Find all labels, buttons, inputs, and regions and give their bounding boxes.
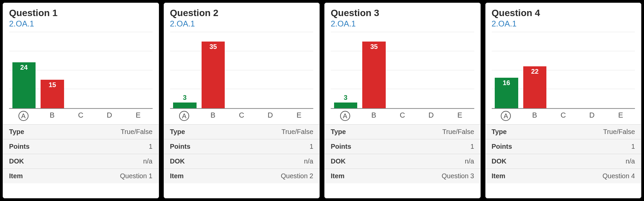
bar-slot (123, 32, 152, 108)
meta-key: Type (170, 128, 185, 136)
meta-value: Question 3 (442, 172, 474, 180)
card-header: Question 42.OA.1 (486, 3, 641, 30)
bar[interactable]: 3 (334, 103, 357, 108)
correct-answer-marker: A (179, 111, 189, 121)
bar-slot: 15 (38, 32, 67, 108)
bar[interactable]: 15 (41, 80, 64, 109)
bar-chart: 2415 (9, 32, 153, 109)
meta-value: Question 4 (602, 172, 635, 180)
meta-row-dok: DOKn/a (164, 154, 320, 169)
meta-row-item: ItemQuestion 1 (3, 169, 159, 183)
meta-value: True/False (603, 128, 635, 136)
bar-slot: 24 (10, 32, 38, 108)
bar-value-label: 35 (209, 43, 217, 51)
bar-slot (95, 32, 123, 108)
x-axis-tick: D (95, 111, 124, 121)
meta-key: DOK (9, 157, 24, 165)
meta-key: DOK (170, 157, 185, 165)
bar-value-label: 16 (503, 79, 510, 87)
bar[interactable]: 16 (495, 78, 518, 108)
meta-value: Question 1 (120, 172, 153, 180)
bar[interactable]: 24 (12, 62, 36, 108)
meta-value: n/a (626, 157, 635, 165)
x-axis-tick: E (606, 111, 635, 121)
bar-slot (417, 32, 445, 108)
bar-slot: 3 (171, 32, 199, 108)
bar-slot: 35 (360, 32, 388, 108)
x-axis-tick: E (445, 111, 474, 121)
meta-row-item: ItemQuestion 4 (486, 169, 641, 183)
bars-row: 2415 (9, 32, 153, 108)
meta-key: Points (492, 143, 512, 150)
bar-chart: 335 (331, 32, 474, 109)
standard-link[interactable]: 2.OA.1 (9, 19, 153, 28)
meta-row-item: ItemQuestion 2 (164, 169, 320, 183)
x-axis-tick: D (417, 111, 446, 121)
bars-row: 335 (331, 32, 474, 108)
bar-chart: 335 (170, 32, 314, 109)
question-card[interactable]: Question 32.OA.1335ABCDETypeTrue/FalsePo… (324, 3, 481, 198)
x-axis-tick: B (38, 111, 67, 121)
meta-value: Question 2 (281, 172, 313, 180)
bar-slot (284, 32, 313, 108)
meta-row-points: Points1 (164, 139, 320, 154)
meta-row-type: TypeTrue/False (3, 125, 159, 139)
question-title: Question 3 (331, 8, 474, 18)
bar-slot (227, 32, 256, 108)
meta-key: Type (492, 128, 507, 136)
x-axis-tick: A (170, 111, 199, 121)
bar-slot (388, 32, 417, 108)
x-axis: ABCDE (170, 111, 314, 121)
question-title: Question 1 (9, 8, 153, 18)
meta-value: 1 (310, 143, 313, 150)
meta-value: n/a (304, 157, 313, 165)
meta-row-item: ItemQuestion 3 (325, 169, 480, 183)
x-axis-tick: D (256, 111, 285, 121)
meta-value: True/False (442, 128, 474, 136)
standard-link[interactable]: 2.OA.1 (170, 19, 314, 28)
question-metadata: TypeTrue/FalsePoints1DOKn/aItemQuestion … (164, 124, 320, 183)
meta-row-points: Points1 (325, 139, 480, 154)
question-metadata: TypeTrue/FalsePoints1DOKn/aItemQuestion … (325, 124, 480, 183)
bar-slot: 3 (331, 32, 360, 108)
question-card[interactable]: Question 42.OA.11622ABCDETypeTrue/FalseP… (485, 3, 642, 198)
meta-key: Points (9, 143, 30, 150)
card-header: Question 32.OA.1 (325, 3, 480, 30)
meta-row-points: Points1 (486, 139, 641, 154)
bar-slot (549, 32, 578, 108)
bar-slot (578, 32, 606, 108)
card-header: Question 22.OA.1 (164, 3, 320, 30)
meta-value: 1 (149, 143, 152, 150)
x-axis-tick: E (124, 111, 153, 121)
question-card[interactable]: Question 12.OA.12415ABCDETypeTrue/FalseP… (3, 3, 159, 198)
x-axis-tick: A (492, 111, 521, 121)
correct-answer-marker: A (340, 111, 350, 121)
x-axis-tick: C (227, 111, 256, 121)
bar[interactable]: 22 (523, 66, 546, 108)
question-cards-container: Question 12.OA.12415ABCDETypeTrue/FalseP… (3, 3, 641, 198)
x-axis-tick: E (285, 111, 314, 121)
meta-value: n/a (465, 157, 474, 165)
meta-row-points: Points1 (3, 139, 159, 154)
meta-key: Item (492, 172, 505, 180)
x-axis: ABCDE (331, 111, 474, 121)
bar-slot (256, 32, 284, 108)
bar-slot (445, 32, 474, 108)
meta-key: Type (331, 128, 346, 136)
question-metadata: TypeTrue/FalsePoints1DOKn/aItemQuestion … (486, 124, 641, 183)
meta-row-type: TypeTrue/False (164, 125, 320, 139)
bar[interactable]: 35 (202, 42, 225, 109)
standard-link[interactable]: 2.OA.1 (331, 19, 474, 28)
question-metadata: TypeTrue/FalsePoints1DOKn/aItemQuestion … (3, 124, 159, 183)
bars-row: 335 (170, 32, 314, 108)
question-card[interactable]: Question 22.OA.1335ABCDETypeTrue/FalsePo… (164, 3, 320, 198)
meta-key: Points (170, 143, 191, 150)
bar-value-label: 15 (49, 81, 56, 89)
meta-row-type: TypeTrue/False (486, 125, 641, 139)
question-title: Question 2 (170, 8, 314, 18)
meta-row-type: TypeTrue/False (325, 125, 480, 139)
bar[interactable]: 35 (362, 42, 385, 109)
standard-link[interactable]: 2.OA.1 (492, 19, 635, 28)
meta-value: n/a (143, 157, 153, 165)
bar[interactable]: 3 (173, 103, 196, 108)
